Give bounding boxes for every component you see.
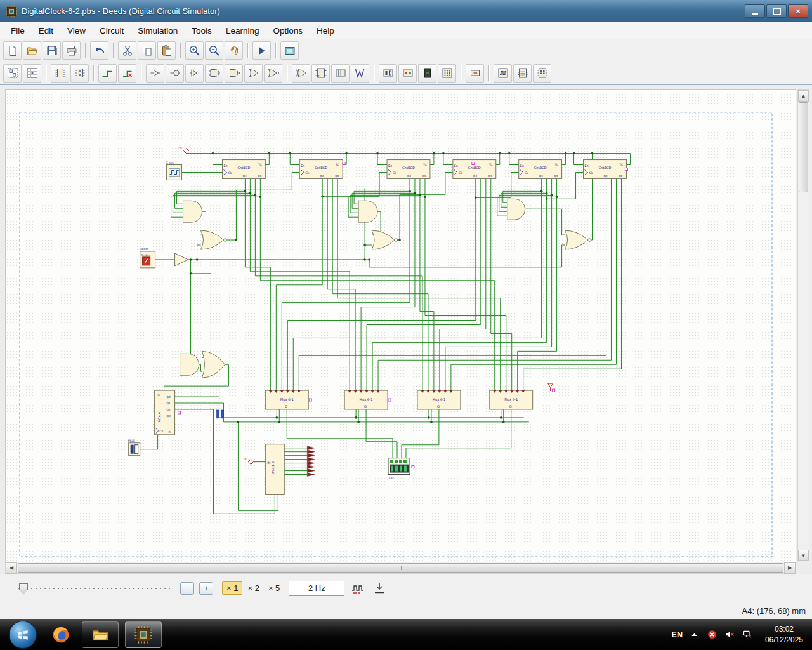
- component-clock-1sec[interactable]: [167, 165, 182, 180]
- component-and-gate-3[interactable]: [180, 354, 199, 375]
- menu-view[interactable]: View: [60, 23, 93, 38]
- schematic-sheet[interactable]: EnCkTCCntBCDQ3Q0EnCkTCCntBCDQ3Q0EnCkTCCn…: [5, 89, 796, 562]
- speed-option-2[interactable]: × 2: [244, 582, 263, 594]
- horizontal-scrollbar[interactable]: ◀ ▶: [5, 562, 796, 574]
- gate-nor-button[interactable]: [264, 64, 282, 83]
- menu-tools[interactable]: Tools: [185, 23, 219, 38]
- speed-increase-button[interactable]: +: [199, 582, 213, 595]
- save-file-button[interactable]: [43, 41, 61, 60]
- input-pin-button[interactable]: [146, 64, 164, 83]
- component-nor-gate-0[interactable]: [201, 230, 227, 249]
- menu-help[interactable]: Help: [310, 23, 341, 38]
- new-file-button[interactable]: [3, 41, 22, 60]
- speed-option-3[interactable]: × 5: [265, 582, 284, 594]
- open-file-button[interactable]: [23, 41, 41, 60]
- component-nor-gate-1[interactable]: [372, 230, 398, 249]
- scroll-up-icon[interactable]: ▲: [798, 90, 809, 102]
- wires[interactable]: [140, 154, 631, 514]
- wire-tool-button[interactable]: [98, 64, 117, 83]
- component-palette-1-button[interactable]: [3, 64, 22, 83]
- chip-library-2-button[interactable]: [70, 64, 89, 83]
- print-button[interactable]: [62, 41, 81, 60]
- gate-and-button[interactable]: [205, 64, 223, 83]
- run-simulation-button[interactable]: [252, 41, 271, 60]
- gate-nand-button[interactable]: [225, 64, 243, 83]
- led-panel-button[interactable]: [398, 64, 417, 83]
- horizontal-scroll-thumb[interactable]: [18, 563, 783, 573]
- cut-button[interactable]: [118, 41, 136, 60]
- component-buffer[interactable]: [175, 253, 188, 266]
- menu-file[interactable]: File: [4, 23, 32, 38]
- zoom-in-button[interactable]: [185, 41, 204, 60]
- paste-button[interactable]: [157, 41, 176, 60]
- seven-segment-display-button[interactable]: [418, 64, 436, 83]
- ram-memory-button[interactable]: [533, 64, 551, 83]
- menu-learning[interactable]: Learning: [219, 23, 266, 38]
- output-pin-button[interactable]: [166, 64, 184, 83]
- vertical-scrollbar[interactable]: ▲ ▼: [797, 89, 809, 562]
- export-button[interactable]: [371, 581, 388, 596]
- probe-button[interactable]: [466, 64, 484, 83]
- zoom-out-button[interactable]: [205, 41, 223, 60]
- keypad-button[interactable]: [438, 64, 456, 83]
- taskbar-clock[interactable]: 03:02 06/12/2025: [760, 624, 803, 644]
- scroll-right-icon[interactable]: ▶: [784, 562, 796, 574]
- waveform-viewer-button[interactable]: [351, 64, 369, 83]
- undo-button[interactable]: [90, 41, 108, 60]
- gate-xor-button[interactable]: [292, 64, 310, 83]
- menu-simulation[interactable]: Simulation: [131, 23, 185, 38]
- vertical-scroll-thumb[interactable]: [799, 102, 808, 192]
- gate-or-button[interactable]: [244, 64, 263, 83]
- flipflop-button[interactable]: [311, 64, 330, 83]
- volume-muted-icon[interactable]: [724, 629, 736, 640]
- language-indicator[interactable]: EN: [672, 630, 683, 639]
- speed-decrease-button[interactable]: −: [180, 582, 194, 595]
- component-palette-2-button[interactable]: [23, 64, 41, 83]
- component-mux-switch[interactable]: [129, 443, 140, 456]
- close-button[interactable]: ×: [788, 4, 808, 18]
- chip-library-1-button[interactable]: [51, 64, 69, 83]
- taskbar-firefox-icon[interactable]: [47, 622, 75, 647]
- clock-generator-button[interactable]: [494, 64, 512, 83]
- maximize-button[interactable]: [766, 4, 787, 18]
- switch-panel-button[interactable]: [379, 64, 397, 83]
- speed-slider[interactable]: [9, 581, 175, 595]
- rom-memory-button[interactable]: [513, 64, 532, 83]
- gate-nand-icon: [228, 67, 240, 79]
- speed-option-1[interactable]: × 1: [222, 581, 242, 595]
- network-disconnected-icon[interactable]: [742, 629, 754, 640]
- component-and-gate-1[interactable]: [358, 201, 377, 222]
- probe-indicator-0[interactable]: [216, 410, 219, 418]
- component-seconds-display[interactable]: [388, 458, 410, 475]
- simulation-view-button[interactable]: [280, 41, 299, 60]
- copy-button[interactable]: [138, 41, 156, 60]
- taskbar-deeds-button[interactable]: [125, 621, 162, 648]
- tray-expand-icon[interactable]: [689, 629, 700, 640]
- taskbar-explorer-button[interactable]: [82, 621, 119, 648]
- scroll-left-icon[interactable]: ◀: [6, 562, 17, 574]
- component-and-gate-2[interactable]: [508, 199, 525, 220]
- constant-one-0[interactable]: [184, 149, 189, 154]
- menu-edit[interactable]: Edit: [32, 23, 60, 38]
- constant-one-1[interactable]: [248, 460, 253, 465]
- action-center-error-icon[interactable]: [707, 629, 718, 640]
- schematic-canvas[interactable]: EnCkTCCntBCDQ3Q0EnCkTCCntBCDQ3Q0EnCkTCCn…: [6, 90, 796, 562]
- register-button[interactable]: [331, 64, 350, 83]
- page-position: A4: (176, 68) mm: [742, 606, 806, 616]
- scroll-down-icon[interactable]: ▼: [798, 550, 809, 561]
- probe-indicator-1[interactable]: [221, 410, 223, 418]
- component-and-gate-0[interactable]: [183, 201, 202, 222]
- component-nor-gate-2[interactable]: [565, 230, 591, 249]
- menu-options[interactable]: Options: [266, 23, 310, 38]
- timing-diagram-button[interactable]: [350, 581, 366, 596]
- start-button[interactable]: [9, 621, 37, 649]
- toolbar-separator: [374, 65, 374, 81]
- slider-handle[interactable]: [19, 583, 28, 595]
- menu-circuit[interactable]: Circuit: [93, 23, 131, 38]
- gate-not-button[interactable]: [185, 64, 204, 83]
- pan-button[interactable]: [225, 41, 243, 60]
- minimize-button[interactable]: [745, 4, 765, 18]
- flipflop-icon: [315, 67, 327, 79]
- component-or-gate-3[interactable]: [202, 351, 225, 378]
- wire-delete-tool-button[interactable]: [118, 64, 136, 83]
